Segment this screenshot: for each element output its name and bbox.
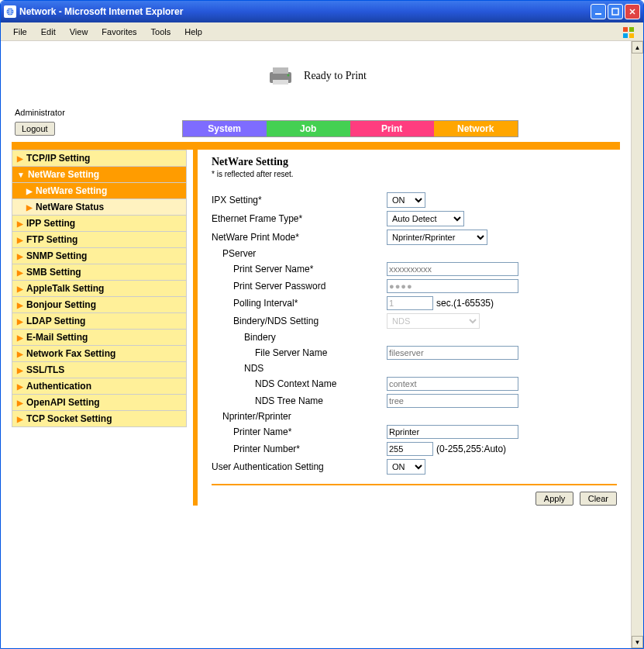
scroll-down-icon[interactable]: ▼ <box>632 636 643 648</box>
sidebar-item-tcpip[interactable]: ▶TCP/IP Setting <box>12 150 187 167</box>
close-button[interactable] <box>625 4 640 19</box>
sidebar-item-label: Bonjour Setting <box>26 299 96 310</box>
poll-hint: sec.(1-65535) <box>436 298 494 309</box>
svg-rect-2 <box>612 9 618 15</box>
printer-icon <box>265 64 296 88</box>
ie-icon <box>4 5 16 18</box>
svg-rect-4 <box>629 27 634 32</box>
menubar: File Edit View Favorites Tools Help <box>1 22 643 41</box>
sidebar-item-openapi[interactable]: ▶OpenAPI Setting <box>12 395 187 411</box>
sidebar-item-appletalk[interactable]: ▶AppleTalk Setting <box>12 281 187 297</box>
label-ipx: IPX Setting* <box>212 195 387 205</box>
window-title: Network - Microsoft Internet Explorer <box>19 6 591 17</box>
svg-rect-3 <box>623 27 628 32</box>
sidebar-item-label: Network Fax Setting <box>26 348 115 359</box>
app-window: Network - Microsoft Internet Explorer Fi… <box>0 0 644 649</box>
menu-tools[interactable]: Tools <box>145 26 177 38</box>
tab-network[interactable]: Network <box>434 121 518 136</box>
label-fileserver: File Server Name <box>212 347 387 358</box>
sidebar-item-label: E-Mail Setting <box>26 332 88 343</box>
chevron-right-icon: ▶ <box>17 252 23 261</box>
userauth-select[interactable]: ON <box>387 459 425 475</box>
tab-job[interactable]: Job <box>267 121 350 136</box>
pnum-hint: (0-255,255:Auto) <box>436 444 506 454</box>
label-serverpass: Print Server Password <box>212 281 387 292</box>
scrollbar[interactable]: ▲ ▼ <box>631 41 643 648</box>
logout-button[interactable]: Logout <box>15 122 55 136</box>
chevron-right-icon: ▶ <box>26 187 33 195</box>
minimize-button[interactable] <box>591 4 606 19</box>
clear-button[interactable]: Clear <box>580 492 617 506</box>
tab-system[interactable]: System <box>183 121 267 136</box>
chevron-right-icon: ▶ <box>17 154 23 163</box>
label-userauth: User Authentication Setting <box>212 461 387 472</box>
fileserver-input <box>387 346 518 360</box>
sidebar-item-label: Authentication <box>26 381 91 392</box>
chevron-right-icon: ▶ <box>17 350 23 358</box>
frame-type-select[interactable]: Auto Detect <box>387 211 464 226</box>
ipx-select[interactable]: ON <box>387 192 425 208</box>
sidebar-item-label: AppleTalk Setting <box>26 283 104 294</box>
label-ndstree: NDS Tree Name <box>212 395 387 406</box>
chevron-right-icon: ▶ <box>17 317 23 326</box>
nds-context-input <box>387 377 518 391</box>
sidebar-item-networkfax[interactable]: ▶Network Fax Setting <box>12 346 187 362</box>
printer-name-input[interactable] <box>387 425 518 439</box>
menu-favorites[interactable]: Favorites <box>95 26 143 38</box>
sidebar-item-ipp[interactable]: ▶IPP Setting <box>12 216 187 232</box>
sidebar-item-label: SMB Setting <box>26 267 81 278</box>
hr-divider <box>212 484 617 485</box>
sidebar-item-auth[interactable]: ▶Authentication <box>12 378 187 395</box>
sidebar-item-ldap[interactable]: ▶LDAP Setting <box>12 313 187 330</box>
label-bnds: Bindery/NDS Setting <box>212 316 387 326</box>
menu-file[interactable]: File <box>7 26 33 38</box>
main-columns: ▶TCP/IP Setting ▼NetWare Setting ▶NetWar… <box>12 150 620 506</box>
apply-button[interactable]: Apply <box>536 492 574 506</box>
server-password-input <box>387 279 518 293</box>
sidebar-item-label: LDAP Setting <box>26 316 85 326</box>
print-mode-select[interactable]: Nprinter/Rprinter <box>387 230 487 245</box>
sidebar-item-ssltls[interactable]: ▶SSL/TLS <box>12 362 187 378</box>
server-name-input <box>387 262 518 276</box>
sidebar-sub-netware-setting[interactable]: ▶NetWare Setting <box>12 183 187 199</box>
content-wrap: Ready to Print Administrator Logout Syst… <box>1 41 643 648</box>
sidebar-item-label: IPP Setting <box>26 218 75 229</box>
chevron-right-icon: ▶ <box>26 203 33 212</box>
sidebar-item-smb[interactable]: ▶SMB Setting <box>12 264 187 281</box>
label-pname: Printer Name* <box>212 426 387 437</box>
menu-view[interactable]: View <box>64 26 95 38</box>
sidebar-item-netware[interactable]: ▼NetWare Setting <box>12 167 187 183</box>
chevron-right-icon: ▶ <box>17 382 23 391</box>
chevron-right-icon: ▶ <box>17 415 23 423</box>
sidebar-sub-netware-status[interactable]: ▶NetWare Status <box>12 199 187 216</box>
sidebar-item-ftp[interactable]: ▶FTP Setting <box>12 232 187 248</box>
sidebar-item-snmp[interactable]: ▶SNMP Setting <box>12 248 187 264</box>
sidebar-item-label: TCP Socket Setting <box>26 413 112 424</box>
note-text: * is reflected after reset. <box>212 170 617 178</box>
vertical-divider <box>193 150 198 506</box>
page: Ready to Print Administrator Logout Syst… <box>1 41 631 648</box>
chevron-right-icon: ▶ <box>17 268 23 277</box>
svg-rect-9 <box>273 80 288 85</box>
sidebar-item-tcpsocket[interactable]: ▶TCP Socket Setting <box>12 411 187 427</box>
menu-edit[interactable]: Edit <box>35 26 62 38</box>
main-panel: NetWare Setting * is reflected after res… <box>204 150 620 506</box>
maximize-button[interactable] <box>608 4 623 19</box>
status-bar: Ready to Print <box>12 49 620 103</box>
windows-flag-icon <box>622 26 637 38</box>
label-poll: Polling Interval* <box>212 298 387 309</box>
chevron-right-icon: ▶ <box>17 333 23 342</box>
svg-rect-8 <box>273 67 288 74</box>
chevron-right-icon: ▶ <box>17 219 23 228</box>
sidebar-item-label: NetWare Setting <box>36 185 107 196</box>
tab-print[interactable]: Print <box>350 121 434 136</box>
scroll-up-icon[interactable]: ▲ <box>632 41 643 54</box>
sidebar-item-email[interactable]: ▶E-Mail Setting <box>12 330 187 346</box>
label-frame: Ethernet Frame Type* <box>212 213 387 224</box>
sidebar-item-bonjour[interactable]: ▶Bonjour Setting <box>12 297 187 313</box>
printer-number-input[interactable] <box>387 442 433 456</box>
sidebar: ▶TCP/IP Setting ▼NetWare Setting ▶NetWar… <box>12 150 187 506</box>
sidebar-item-label: OpenAPI Setting <box>26 397 100 408</box>
menu-help[interactable]: Help <box>178 26 208 38</box>
chevron-right-icon: ▶ <box>17 236 23 244</box>
